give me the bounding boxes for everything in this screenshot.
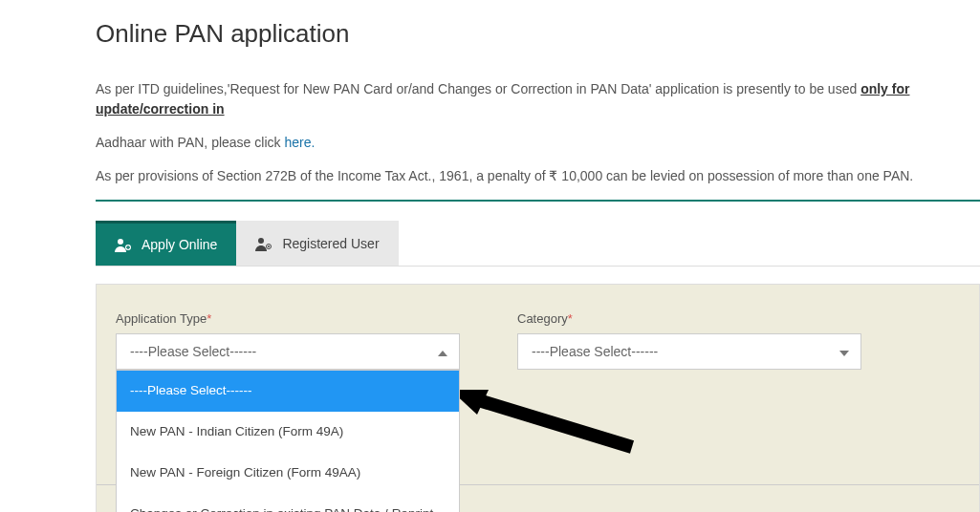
guideline2-part1: Aadhaar with PAN, please click (96, 135, 284, 150)
form-container: Application Type* ----Please Select-----… (96, 284, 980, 512)
svg-point-4 (268, 245, 270, 247)
chevron-up-icon (438, 344, 447, 359)
arrow-annotation (450, 390, 642, 460)
guideline-text-3: As per provisions of Section 272B of the… (96, 166, 980, 186)
application-type-group: Application Type* ----Please Select-----… (116, 311, 460, 370)
required-asterisk: * (207, 311, 211, 326)
guideline1-part1: As per ITD guidelines,'Request for New P… (96, 81, 860, 96)
application-type-value: ----Please Select------ (130, 344, 256, 359)
category-group: Category* ----Please Select------ (517, 311, 861, 370)
guideline-text-2: Aadhaar with PAN, please click here. (96, 133, 980, 153)
category-select[interactable]: ----Please Select------ (517, 333, 861, 370)
guideline-text-1: As per ITD guidelines,'Request for New P… (96, 79, 980, 119)
dropdown-option-please-select[interactable]: ----Please Select------ (117, 371, 459, 412)
svg-point-2 (258, 238, 264, 244)
application-type-label: Application Type* (116, 311, 460, 326)
form-row-1: Application Type* ----Please Select-----… (116, 311, 960, 370)
svg-point-0 (118, 239, 123, 245)
dropdown-option-changes-correction[interactable]: Changes or Correction in existing PAN Da… (117, 494, 459, 512)
application-type-select[interactable]: ----Please Select------ (116, 333, 460, 370)
required-asterisk: * (568, 311, 573, 326)
teal-divider (96, 200, 980, 202)
tab-apply-online[interactable]: Apply Online (96, 221, 236, 266)
page-title: Online PAN application (96, 19, 980, 49)
dropdown-option-foreign-citizen[interactable]: New PAN - Foreign Citizen (Form 49AA) (117, 453, 459, 494)
tab-registered-user[interactable]: Registered User (236, 221, 398, 266)
here-link[interactable]: here. (284, 135, 315, 150)
tab-apply-online-label: Apply Online (142, 237, 217, 252)
user-gear-icon (255, 236, 272, 251)
dropdown-option-indian-citizen[interactable]: New PAN - Indian Citizen (Form 49A) (117, 412, 459, 453)
chevron-down-icon (839, 344, 849, 359)
category-value: ----Please Select------ (532, 344, 658, 359)
category-label: Category* (517, 311, 861, 326)
user-plus-icon (115, 237, 132, 252)
category-label-text: Category (517, 311, 568, 326)
tab-registered-user-label: Registered User (282, 236, 379, 251)
application-type-dropdown: ----Please Select------ New PAN - Indian… (116, 370, 460, 512)
tab-bar: Apply Online Registered User (96, 221, 980, 267)
application-type-label-text: Application Type (116, 311, 207, 326)
